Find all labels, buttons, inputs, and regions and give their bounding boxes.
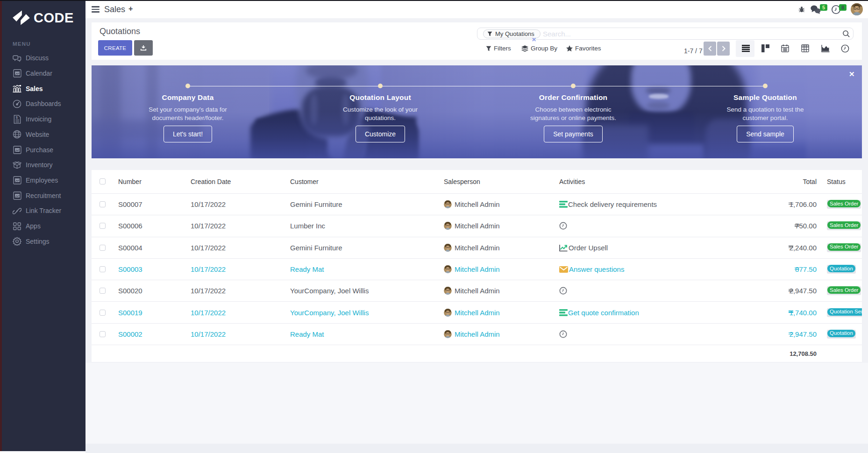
svg-text:$: $ <box>15 115 18 120</box>
svg-text:CODE: CODE <box>34 10 74 25</box>
